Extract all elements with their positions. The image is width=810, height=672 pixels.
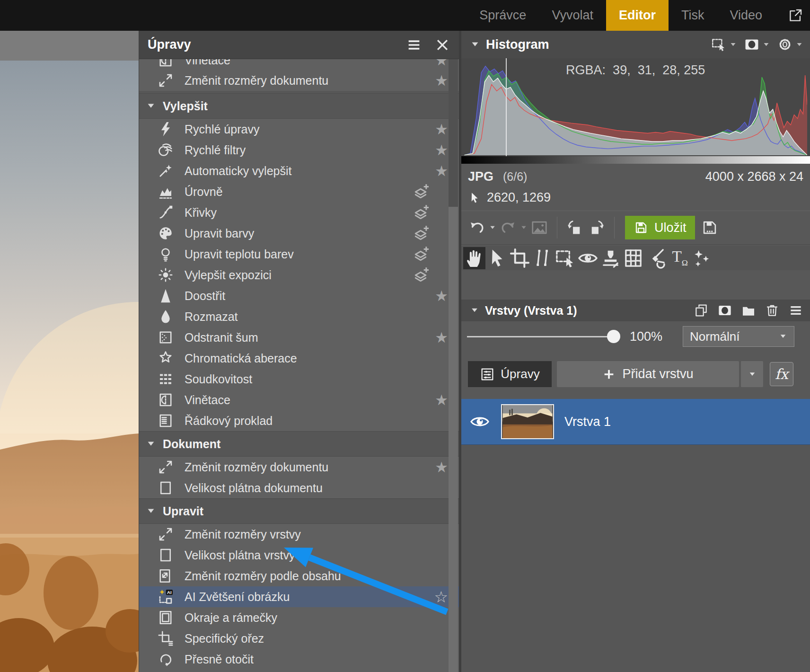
rotate-left-button[interactable] [566, 219, 584, 237]
layers-tool-trash[interactable] [765, 303, 780, 318]
redo-button[interactable] [499, 219, 517, 237]
tool-effects[interactable] [690, 247, 713, 269]
panel-item-partial[interactable] [139, 670, 459, 672]
favorite-star-icon[interactable]: ★ [435, 59, 448, 68]
tab-editor[interactable]: Editor [606, 0, 669, 31]
layers-tool-duplicate[interactable] [694, 303, 709, 318]
panel-item-okraje-a-ramecky[interactable]: Okraje a rámečky [139, 607, 459, 628]
collapse-triangle-icon[interactable] [470, 306, 479, 315]
tool-paint[interactable] [645, 247, 667, 269]
panel-item-krivky[interactable]: Křivky [139, 202, 459, 223]
favorite-star-outline-icon[interactable]: ☆ [434, 589, 448, 605]
favorite-star-icon[interactable]: ★ [435, 73, 448, 88]
compare-button[interactable] [530, 219, 548, 237]
layers-tool-menu[interactable] [788, 303, 803, 318]
tool-warp[interactable] [622, 247, 644, 269]
tool-clone-stamp[interactable] [599, 247, 622, 269]
collapse-triangle-icon[interactable] [470, 39, 480, 50]
add-adjustment-layer-icon[interactable] [411, 182, 430, 201]
panel-item-zmenit-rozmery-podle-obsahu[interactable]: Změnit rozměry podle obsahu [139, 566, 459, 586]
layers-tool-mask-overlay[interactable] [717, 303, 732, 318]
panel-item-doostrit[interactable]: Doostřit★ [139, 285, 459, 306]
add-layer-dropdown[interactable] [740, 361, 763, 387]
favorite-star-icon[interactable]: ★ [435, 460, 448, 475]
undock-button[interactable] [787, 0, 803, 31]
panel-item-ai-zvetseni-obrazku[interactable]: AIAI Zvětšení obrázku☆ [139, 586, 459, 607]
panel-item-automaticky-vylepsit[interactable]: Automaticky vylepšit★ [139, 160, 459, 181]
tab-spravce[interactable]: Správce [467, 0, 539, 31]
tab-video[interactable]: Video [717, 0, 775, 31]
favorite-star-icon[interactable]: ★ [435, 143, 448, 158]
add-adjustment-layer-icon[interactable] [411, 203, 430, 222]
blend-mode-select[interactable]: Normální [683, 326, 794, 347]
canvas-background [0, 31, 139, 61]
undo-dropdown-icon[interactable] [489, 224, 496, 231]
favorite-star-icon[interactable]: ★ [435, 122, 448, 137]
add-adjustment-layer-icon[interactable] [411, 224, 430, 243]
panel-item-velikost-platna-dokumentu[interactable]: Velikost plátna dokumentu [139, 477, 459, 498]
tool-text[interactable]: TΩ [668, 247, 690, 269]
rotate-right-button[interactable] [588, 219, 606, 237]
favorite-star-icon[interactable]: ★ [435, 164, 448, 178]
panel-item-radkovy-proklad[interactable]: Řádkový proklad [139, 410, 459, 431]
opacity-slider-track[interactable] [467, 336, 620, 337]
section-header-vylepsit[interactable]: Vylepšit [139, 93, 459, 119]
triangle-down-icon [146, 439, 156, 449]
fx-button[interactable]: fx [770, 362, 793, 386]
panel-item-zmenit-rozmery-dokumentu[interactable]: Změnit rozměry dokumentu★ [139, 457, 459, 477]
panel-item-rychle-filtry[interactable]: Rychlé filtry★ [139, 140, 459, 160]
tool-straighten[interactable] [531, 247, 554, 269]
opacity-slider-thumb[interactable] [607, 330, 620, 343]
tool-red-eye[interactable] [577, 247, 599, 269]
panel-item-upravit-teplotu-barev[interactable]: Upravit teplotu barev [139, 244, 459, 265]
panel-item-specificky-orez[interactable]: Specifický ořez [139, 628, 459, 649]
favorite-star-icon[interactable]: ★ [435, 289, 448, 303]
panel-item-odstranit-sum[interactable]: Odstranit šum★ [139, 327, 459, 348]
panel-item-zmenit-rozmery-dokumentu[interactable]: Změnit rozměry dokumentu★ [139, 70, 459, 91]
panel-item-zmenit-rozmery-vrstvy[interactable]: Změnit rozměry vrstvy [139, 524, 459, 545]
undo-button[interactable] [468, 219, 486, 237]
tool-move[interactable] [486, 247, 508, 269]
section-header-dokument[interactable]: Dokument [139, 431, 459, 457]
edits-button[interactable]: Úpravy [468, 361, 552, 387]
panel-item-urovne[interactable]: Úrovně [139, 181, 459, 202]
histogram-tool-mask-overlay[interactable] [744, 36, 770, 53]
histogram-tool-selection-probe[interactable] [711, 36, 737, 53]
redo-dropdown-icon[interactable] [520, 224, 528, 231]
panel-item-vinetace[interactable]: Vinětace★ [139, 389, 459, 410]
tab-vyvolat[interactable]: Vyvolat [539, 0, 606, 31]
panel-item-rychle-upravy[interactable]: Rychlé úpravy★ [139, 119, 459, 140]
bulb-icon [157, 246, 174, 263]
tab-tisk[interactable]: Tisk [669, 0, 717, 31]
tool-hand[interactable] [463, 247, 485, 269]
panel-item-vinetace[interactable]: Vinětace★ [139, 59, 459, 70]
save-as-button[interactable] [701, 219, 719, 237]
add-layer-button[interactable]: Přidat vrstvu [557, 361, 739, 387]
layer-visibility-eye-icon[interactable] [469, 411, 491, 433]
favorite-star-icon[interactable]: ★ [435, 393, 448, 407]
tool-crop[interactable] [509, 247, 531, 269]
histogram-tool-settings[interactable] [777, 36, 803, 53]
panel-item-chromaticka-aberace[interactable]: Chromatická aberace [139, 348, 459, 369]
tools-toolbar: TΩ [461, 246, 810, 270]
close-icon[interactable] [434, 37, 450, 53]
add-adjustment-layer-icon[interactable] [411, 265, 430, 284]
panel-item-vylepsit-expozici[interactable]: Vylepšit expozici [139, 265, 459, 285]
panel-scrollbar-track[interactable] [449, 59, 458, 672]
panel-scrollbar-thumb[interactable] [449, 207, 458, 672]
panel-item-presne-otocit[interactable]: Přesně otočit [139, 649, 459, 670]
section-header-upravit[interactable]: Upravit [139, 498, 459, 524]
layers-tool-folder[interactable] [741, 303, 756, 318]
favorite-star-icon[interactable]: ★ [435, 330, 448, 345]
layer-row[interactable]: Vrstva 1 [461, 399, 810, 445]
panel-item-upravit-barvy[interactable]: Upravit barvy [139, 223, 459, 244]
layer-thumbnail[interactable] [501, 404, 554, 439]
panel-item-velikost-platna-vrstvy[interactable]: Velikost plátna vrstvy [139, 545, 459, 566]
panel-item-rozmazat[interactable]: Rozmazat [139, 306, 459, 327]
save-button[interactable]: Uložit [625, 216, 695, 239]
tool-selection[interactable] [554, 247, 576, 269]
panel-menu-icon[interactable] [406, 37, 422, 53]
add-adjustment-layer-icon[interactable] [411, 245, 430, 264]
undo-icon [468, 219, 486, 237]
panel-item-soudkovitost[interactable]: Soudkovitost [139, 369, 459, 389]
